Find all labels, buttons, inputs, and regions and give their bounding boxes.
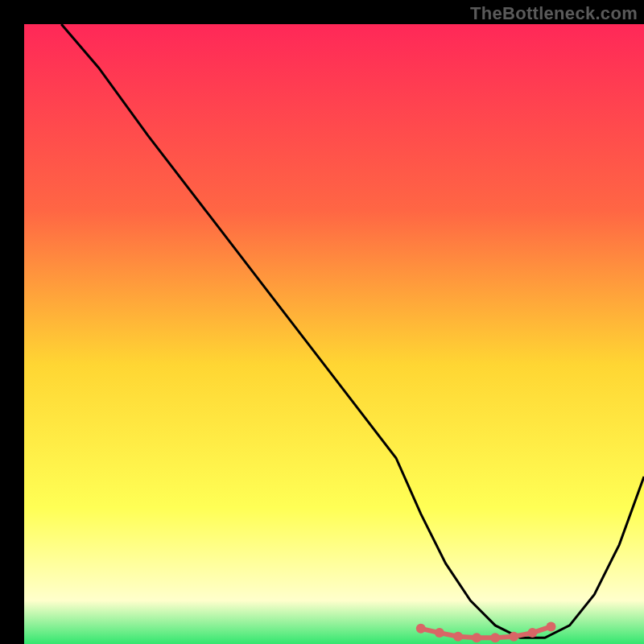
optimal-marker-dot [472, 633, 481, 642]
optimal-marker-dot [547, 621, 556, 631]
bottleneck-chart [0, 0, 644, 644]
optimal-marker-dot [416, 624, 426, 634]
chart-container: TheBottleneck.com [0, 0, 644, 644]
watermark-text: TheBottleneck.com [470, 3, 638, 24]
optimal-marker-dot [509, 632, 518, 642]
optimal-marker-dot [527, 628, 537, 638]
optimal-marker-dot [453, 632, 463, 642]
optimal-marker-dot [435, 628, 444, 638]
plot-background [24, 24, 644, 644]
optimal-marker-dot [490, 633, 500, 642]
